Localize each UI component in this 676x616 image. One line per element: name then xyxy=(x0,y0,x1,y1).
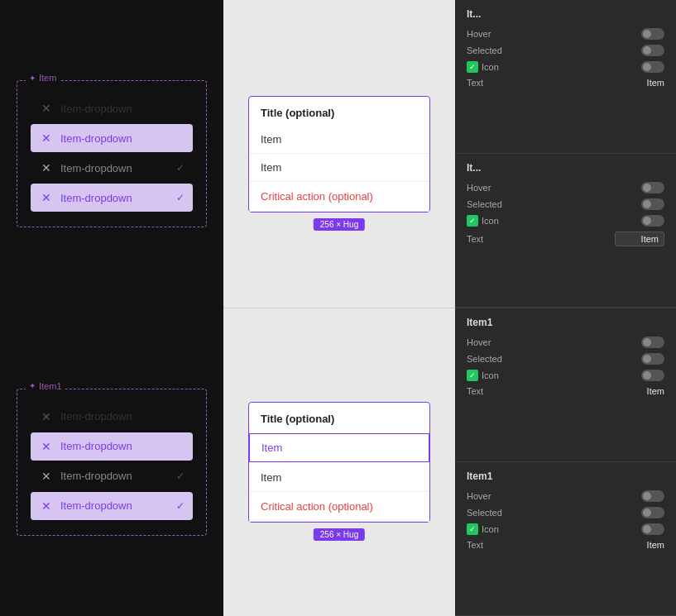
check-badge-2: ✓ xyxy=(467,215,478,227)
prop-label-text-3: Text xyxy=(467,386,483,396)
bottom-dropdown-item-1[interactable]: ✕ Item-dropdown xyxy=(31,403,193,431)
preview-critical-bottom[interactable]: Critical action (optional) xyxy=(249,492,429,522)
prop-row-hover-4: Hover xyxy=(467,490,664,502)
prop-row-text-3: Text Item xyxy=(467,386,664,396)
diamond-icon-bottom: ✦ xyxy=(29,381,36,390)
preview-title-top: Title (optional) xyxy=(249,97,429,126)
preview-item-bottom-1[interactable]: Item xyxy=(249,433,429,462)
prop-row-hover-3: Hover xyxy=(467,337,664,348)
prop-label-text-4: Text xyxy=(467,540,483,550)
prop-label-hover-3: Hover xyxy=(467,337,491,347)
bottom-canvas: Title (optional) Item Item Critical acti… xyxy=(223,308,455,616)
bottom-item-label-4: Item-dropdown xyxy=(60,499,170,512)
bottom-item-label-3: Item-dropdown xyxy=(60,470,170,482)
prop-row-selected-4: Selected xyxy=(467,507,664,518)
toggle-hover-4[interactable] xyxy=(641,490,664,502)
preview-item-top-2[interactable]: Item xyxy=(249,154,429,182)
prop-label-hover-1: Hover xyxy=(467,29,491,39)
text-value-1: Item xyxy=(647,78,664,88)
prop-label-icon-3: Icon xyxy=(482,370,499,380)
preview-title-bottom: Title (optional) xyxy=(249,403,429,432)
props-title-top-1: It... xyxy=(467,8,664,20)
item-label-1: Item-dropdown xyxy=(60,103,185,115)
preview-critical-top[interactable]: Critical action (optional) xyxy=(249,182,429,212)
prop-label-icon-2: Icon xyxy=(482,216,499,226)
prop-label-selected-4: Selected xyxy=(467,508,502,518)
size-badge-bottom: 256 × Hug xyxy=(314,528,365,541)
text-value-3: Item xyxy=(647,386,664,396)
prop-row-text-4: Text Item xyxy=(467,540,664,550)
prop-label-text-2: Text xyxy=(467,234,483,244)
toggle-icon-2[interactable] xyxy=(641,215,664,227)
preview-item-top-1[interactable]: Item xyxy=(249,126,429,154)
dropdown-item-3[interactable]: ✕ Item-dropdown ✓ xyxy=(31,154,193,182)
prop-label-hover-2: Hover xyxy=(467,183,491,193)
middle-panel: Title (optional) Item Item Critical acti… xyxy=(223,0,455,616)
prop-label-icon-4: Icon xyxy=(482,524,499,534)
dropdown-preview-bottom: Title (optional) Item Item Critical acti… xyxy=(248,402,430,523)
bottom-item-icon-2: ✕ xyxy=(39,439,54,454)
item-icon-4: ✕ xyxy=(39,190,54,205)
props-title-bottom-2: Item1 xyxy=(467,470,664,482)
component-frame-bottom: ✦ Item1 ✕ Item-dropdown ✕ Item-dropdown … xyxy=(17,389,207,536)
text-input-value-2: Item xyxy=(641,234,659,244)
frame-label-bottom-text: Item1 xyxy=(39,381,62,391)
bottom-check-icon-3: ✓ xyxy=(176,470,185,482)
prop-label-hover-4: Hover xyxy=(467,491,491,501)
toggle-hover-2[interactable] xyxy=(641,182,664,193)
item-label-4: Item-dropdown xyxy=(60,192,170,204)
toggle-hover-3[interactable] xyxy=(641,337,664,348)
dropdown-item-1[interactable]: ✕ Item-dropdown xyxy=(31,94,193,122)
toggle-selected-1[interactable] xyxy=(641,45,664,56)
bottom-dropdown-item-2[interactable]: ✕ Item-dropdown xyxy=(31,432,193,461)
check-icon-4: ✓ xyxy=(176,192,185,203)
toggle-hover-1[interactable] xyxy=(641,28,664,40)
toggle-selected-3[interactable] xyxy=(641,353,664,365)
bottom-check-icon-4: ✓ xyxy=(176,500,185,512)
check-badge-1: ✓ xyxy=(467,61,478,73)
item-icon-1: ✕ xyxy=(39,101,54,116)
prop-row-icon-2: ✓ Icon xyxy=(467,215,664,227)
prop-label-selected-1: Selected xyxy=(467,45,502,55)
prop-label-selected-2: Selected xyxy=(467,199,502,209)
prop-row-selected-1: Selected xyxy=(467,45,664,56)
preview-item-bottom-2[interactable]: Item xyxy=(249,464,429,492)
bottom-component-section: ✦ Item1 ✕ Item-dropdown ✕ Item-dropdown … xyxy=(0,308,223,617)
props-section-top-2: It... Hover Selected ✓ Icon Text Item xyxy=(455,154,676,308)
prop-row-icon-3: ✓ Icon xyxy=(467,370,664,381)
bottom-item-label-2: Item-dropdown xyxy=(60,440,185,452)
bottom-item-icon-1: ✕ xyxy=(39,409,54,424)
dropdown-item-2[interactable]: ✕ Item-dropdown xyxy=(31,124,193,152)
toggle-icon-4[interactable] xyxy=(641,523,664,535)
dropdown-item-4[interactable]: ✕ Item-dropdown ✓ xyxy=(31,184,193,212)
props-section-bottom-1: Item1 Hover Selected ✓ Icon Text Item xyxy=(455,308,676,462)
toggle-icon-3[interactable] xyxy=(641,370,664,381)
prop-row-hover-1: Hover xyxy=(467,28,664,40)
bottom-dropdown-item-3[interactable]: ✕ Item-dropdown ✓ xyxy=(31,462,193,490)
icon-row-3: ✓ Icon xyxy=(467,370,499,381)
toggle-selected-2[interactable] xyxy=(641,198,664,210)
bottom-item-icon-3: ✕ xyxy=(39,469,54,484)
check-icon-3: ✓ xyxy=(176,162,185,174)
top-component-section: ✦ Item ✕ Item-dropdown ✕ Item-dropdown ✕… xyxy=(0,0,223,308)
frame-label-top: ✦ Item xyxy=(26,73,60,83)
size-badge-top: 256 × Hug xyxy=(314,218,365,231)
toggle-icon-1[interactable] xyxy=(641,61,664,73)
bottom-dropdown-item-4[interactable]: ✕ Item-dropdown ✓ xyxy=(31,492,193,520)
text-value-4: Item xyxy=(647,540,664,550)
bottom-item-label-1: Item-dropdown xyxy=(60,410,185,423)
props-section-top-1: It... Hover Selected ✓ Icon Text Item xyxy=(455,0,676,154)
prop-row-icon-4: ✓ Icon xyxy=(467,523,664,535)
text-input-2[interactable]: Item xyxy=(615,232,664,246)
prop-row-hover-2: Hover xyxy=(467,182,664,193)
dropdown-preview-top: Title (optional) Item Item Critical acti… xyxy=(248,96,430,212)
prop-row-selected-3: Selected xyxy=(467,353,664,365)
right-panel: It... Hover Selected ✓ Icon Text Item It… xyxy=(455,0,676,616)
component-frame-top: ✦ Item ✕ Item-dropdown ✕ Item-dropdown ✕… xyxy=(17,80,207,227)
frame-label-bottom: ✦ Item1 xyxy=(26,381,65,391)
prop-row-icon-1: ✓ Icon xyxy=(467,61,664,73)
props-title-top-2: It... xyxy=(467,162,664,174)
item-label-3: Item-dropdown xyxy=(60,162,170,174)
toggle-selected-4[interactable] xyxy=(641,507,664,518)
icon-row-2: ✓ Icon xyxy=(467,215,499,227)
